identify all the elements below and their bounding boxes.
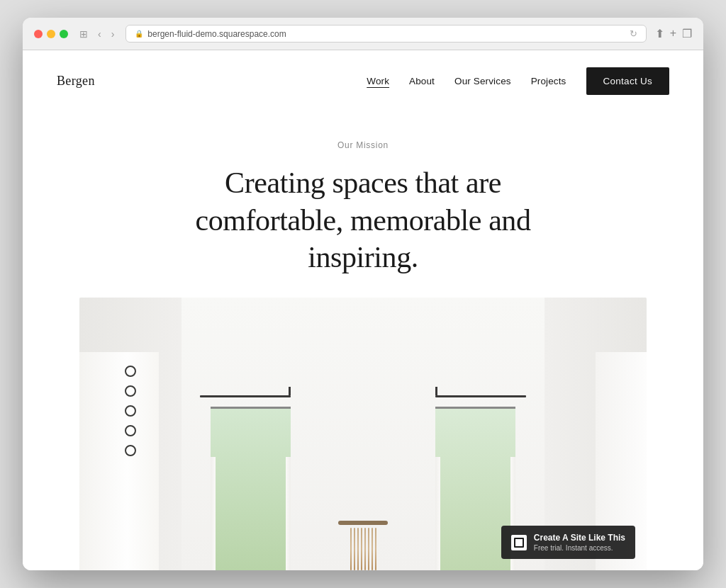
macrame-fringe	[350, 528, 376, 570]
url-text: bergen-fluid-demo.squarespace.com	[147, 29, 286, 39]
macrame-strand	[368, 528, 369, 570]
macrame-bar	[338, 521, 388, 525]
macrame-strand	[361, 528, 362, 570]
squarespace-badge-subtitle: Free trial. Instant access.	[534, 544, 625, 552]
curtain-panel-left	[79, 352, 159, 570]
curtain-ring	[125, 425, 136, 436]
curtain-rings	[125, 366, 136, 456]
macrame-strand	[375, 528, 376, 570]
squarespace-badge[interactable]: Create A Site Like This Free trial. Inst…	[501, 526, 635, 559]
nav-link-projects[interactable]: Projects	[531, 76, 566, 86]
curtain-ring	[125, 445, 136, 456]
window-curtain-left-panel	[435, 457, 440, 570]
macrame-strand	[364, 528, 366, 570]
window-curtain-right-panel	[286, 457, 291, 570]
nav-link-about[interactable]: About	[409, 76, 435, 86]
curtain-ring	[125, 366, 136, 377]
browser-controls: ⊞ ‹ ›	[77, 27, 117, 41]
site-content: Bergen Work About Our Services Projects …	[23, 50, 703, 570]
curtain-ring	[125, 405, 136, 417]
traffic-light-fullscreen[interactable]	[60, 30, 68, 38]
sidebar-toggle-icon[interactable]: ⊞	[77, 27, 91, 41]
reload-icon[interactable]: ↻	[630, 28, 637, 39]
squarespace-logo-inner	[514, 538, 524, 548]
hero-image-bg: Create A Site Like This Free trial. Inst…	[79, 298, 647, 571]
browser-chrome: ⊞ ‹ › 🔒 bergen-fluid-demo.squarespace.co…	[23, 18, 703, 50]
site-header: Bergen Work About Our Services Projects …	[23, 50, 703, 112]
hero-label: Our Mission	[57, 140, 669, 150]
macrame-strand	[350, 528, 352, 570]
lock-icon: 🔒	[135, 30, 143, 38]
traffic-light-minimize[interactable]	[47, 30, 55, 38]
window-left	[211, 407, 291, 570]
squarespace-badge-text: Create A Site Like This Free trial. Inst…	[534, 533, 625, 552]
room-main	[182, 298, 544, 571]
macrame-strand	[354, 528, 355, 570]
forward-button[interactable]: ›	[108, 27, 118, 41]
macrame-decor	[335, 499, 391, 570]
nav-link-services[interactable]: Our Services	[454, 76, 511, 86]
site-logo[interactable]: Bergen	[57, 74, 95, 89]
contact-us-button[interactable]: Contact Us	[586, 67, 669, 95]
rod-bracket-left	[200, 395, 291, 397]
nav-link-work[interactable]: Work	[367, 76, 389, 86]
hero-section: Our Mission Creating spaces that are com…	[23, 112, 703, 298]
tabs-icon[interactable]: ❐	[682, 27, 692, 40]
macrame-strand	[357, 528, 359, 570]
site-nav: Work About Our Services Projects Contact…	[367, 67, 669, 95]
macrame-strand	[372, 528, 373, 570]
squarespace-badge-title: Create A Site Like This	[534, 533, 625, 543]
traffic-lights	[34, 30, 68, 38]
traffic-light-close[interactable]	[34, 30, 43, 38]
curtain-ring	[125, 385, 136, 397]
hero-title: Creating spaces that are comfortable, me…	[179, 164, 547, 276]
window-curtain-left	[211, 457, 216, 570]
browser-actions: ⬆ + ❐	[655, 27, 692, 40]
hero-image: Create A Site Like This Free trial. Inst…	[79, 298, 647, 571]
address-bar[interactable]: 🔒 bergen-fluid-demo.squarespace.com ↻	[125, 25, 646, 43]
rod-bracket-right	[435, 395, 526, 397]
share-icon[interactable]: ⬆	[655, 27, 664, 40]
back-button[interactable]: ‹	[95, 27, 104, 41]
browser-window: ⊞ ‹ › 🔒 bergen-fluid-demo.squarespace.co…	[23, 18, 703, 570]
new-tab-icon[interactable]: +	[670, 27, 676, 40]
squarespace-logo-icon	[511, 535, 527, 550]
